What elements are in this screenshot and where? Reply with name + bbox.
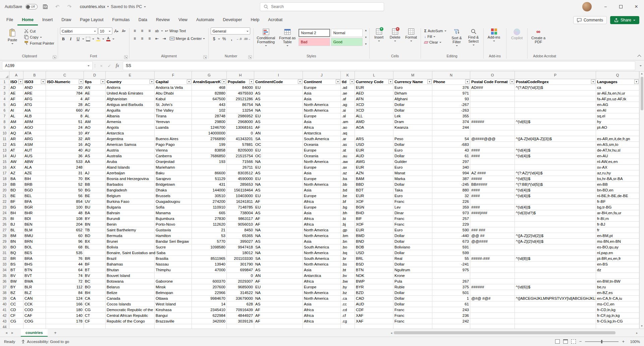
cell[interactable]: .br	[341, 256, 355, 262]
column-header-c[interactable]: C	[46, 71, 84, 79]
cell[interactable]: en-BM,pt	[596, 233, 639, 239]
cell[interactable]: EU	[254, 193, 303, 199]
cell[interactable]	[515, 319, 596, 324]
header-cell[interactable]: Postal Code Format▾	[470, 79, 515, 85]
cell[interactable]: SA	[254, 136, 303, 142]
cell[interactable]: North America	[303, 227, 341, 233]
cell[interactable]	[227, 324, 254, 329]
redo-icon[interactable]: ↷	[65, 2, 74, 11]
cell[interactable]: AX	[9, 165, 23, 170]
cell[interactable]: 0	[227, 273, 254, 279]
cell[interactable]: Real	[393, 256, 432, 262]
cell[interactable]: 156118464	[227, 187, 254, 193]
cell[interactable]: 31	[46, 170, 84, 176]
cell[interactable]: es-AR,en,it,de,fr,gn	[596, 136, 639, 142]
cell[interactable]	[432, 130, 470, 136]
cell[interactable]: COG	[23, 319, 46, 324]
cell[interactable]: BL	[84, 244, 106, 250]
row-number[interactable]: 40	[0, 301, 9, 307]
scroll-right-icon[interactable]: ▸	[635, 331, 639, 335]
cell[interactable]: be,ru	[596, 284, 639, 290]
cell[interactable]: fr	[596, 227, 639, 233]
cell[interactable]: pt-AO	[596, 125, 639, 130]
clipboard-dialog-launcher-icon[interactable]: ↘	[53, 55, 56, 59]
autosave-toggle[interactable]: Off	[25, 4, 38, 9]
cell[interactable]: AL	[84, 113, 106, 119]
cell[interactable]: 44	[46, 262, 84, 267]
bold-button[interactable]: B	[60, 36, 67, 42]
cell[interactable]: Anguilla	[106, 108, 155, 113]
chevron-down-icon[interactable]	[161, 31, 163, 33]
cell[interactable]: AMD	[355, 119, 393, 125]
cell[interactable]	[470, 279, 515, 284]
cell[interactable]: AS	[254, 119, 303, 125]
cell[interactable]: BF	[84, 262, 106, 267]
cell[interactable]: .bj	[341, 222, 355, 227]
column-header-j[interactable]: J	[303, 71, 341, 79]
cell[interactable]: 243	[432, 307, 470, 313]
row-number[interactable]: 2	[0, 85, 9, 91]
cell[interactable]: Bridgetown	[155, 182, 192, 187]
cell[interactable]	[515, 279, 596, 284]
cell[interactable]	[515, 91, 596, 96]
column-header-d[interactable]: D	[84, 71, 106, 79]
cell[interactable]: CD	[9, 307, 23, 313]
search-box[interactable]	[260, 2, 384, 11]
column-header-q[interactable]: Q	[596, 71, 639, 79]
cell[interactable]: Franc	[393, 319, 432, 324]
filter-button[interactable]: ▾	[187, 79, 191, 84]
cell[interactable]	[23, 324, 46, 329]
cell[interactable]: Dollar	[393, 182, 432, 187]
cell[interactable]: AR	[84, 136, 106, 142]
row-number[interactable]: 27	[0, 227, 9, 233]
alignment-dialog-launcher-icon[interactable]: ↘	[203, 55, 207, 59]
cell[interactable]	[470, 222, 515, 227]
cell[interactable]: Ottawa	[155, 296, 192, 301]
decrease-indent-icon[interactable]: ⇤	[154, 35, 160, 42]
cell[interactable]: ^(?:BB)*(\d{5})$	[515, 182, 596, 187]
fill-button[interactable]: ↓Fill	[423, 34, 448, 39]
cell[interactable]: 376	[432, 85, 470, 91]
cell[interactable]: Taka	[393, 187, 432, 193]
cell[interactable]: 4844927	[227, 313, 254, 319]
cell[interactable]	[515, 324, 596, 329]
cell[interactable]: Buenos Aires	[155, 136, 192, 142]
row-number[interactable]: 16	[0, 165, 9, 170]
cell[interactable]: Dollar	[393, 153, 432, 159]
cell[interactable]: Nassau	[155, 262, 192, 267]
cell[interactable]: Antarctica	[303, 273, 341, 279]
cell[interactable]: Bandar Seri Begaw	[155, 239, 192, 244]
cell[interactable]: .aw	[341, 159, 355, 165]
cell[interactable]: -267	[432, 102, 470, 108]
tab-formulas[interactable]: Formulas	[108, 15, 134, 25]
column-header-e[interactable]: E	[106, 71, 155, 79]
cell[interactable]: en-AS,sm,to	[596, 142, 639, 148]
cell[interactable]: 86600	[192, 170, 227, 176]
row-number[interactable]: 14	[0, 153, 9, 159]
cell[interactable]: Mariehamn	[155, 165, 192, 170]
cell[interactable]: SA	[254, 256, 303, 262]
cell[interactable]: BL	[9, 227, 23, 233]
cell[interactable]: -245	[432, 182, 470, 187]
cell[interactable]: 9056010	[227, 222, 254, 227]
cell[interactable]: AL	[9, 113, 23, 119]
cell[interactable]: BTN	[355, 267, 393, 273]
cell[interactable]: ####	[470, 148, 515, 153]
row-number[interactable]: 18	[0, 176, 9, 182]
cell[interactable]: 28	[46, 102, 84, 108]
column-header-l[interactable]: L	[355, 71, 393, 79]
cell[interactable]: 387	[432, 176, 470, 182]
cell[interactable]: Africa	[303, 319, 341, 324]
cell[interactable]: AND	[23, 85, 46, 91]
cell[interactable]: Bangui	[155, 313, 192, 319]
cell[interactable]: EU	[254, 165, 303, 170]
sheet-nav-right-icon[interactable]: ▸	[9, 331, 15, 335]
cell[interactable]: Oranjestad	[155, 159, 192, 165]
cell[interactable]: 501	[432, 290, 470, 296]
cell[interactable]: 660	[46, 108, 84, 113]
cell[interactable]: BES	[23, 250, 46, 256]
normal-view-button[interactable]	[555, 339, 560, 344]
undo-icon[interactable]: ↶	[53, 2, 62, 11]
cell-style-bad[interactable]: Bad	[299, 38, 330, 46]
cell[interactable]	[470, 250, 515, 256]
